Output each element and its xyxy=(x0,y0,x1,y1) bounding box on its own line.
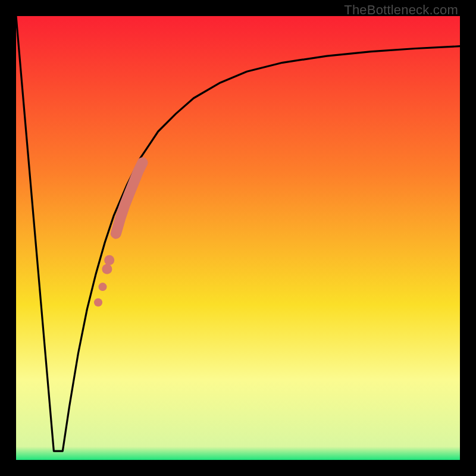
gradient-background xyxy=(16,16,460,460)
marker-dot xyxy=(104,255,114,265)
marker-dot xyxy=(99,283,107,291)
plot-area xyxy=(16,16,460,460)
marker-dot xyxy=(102,264,112,274)
chart-svg xyxy=(16,16,460,460)
marker-dot xyxy=(94,298,102,306)
chart-frame: TheBottleneck.com xyxy=(0,0,476,476)
